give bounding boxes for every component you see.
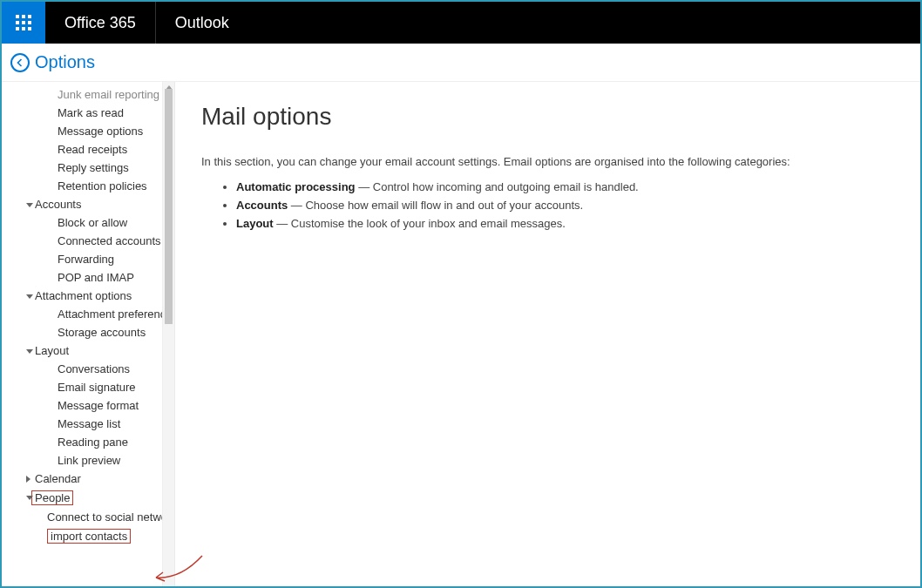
bullet-item: Accounts — Choose how email will flow in…	[236, 199, 894, 212]
sidebar-item[interactable]: Message options	[2, 122, 162, 140]
sidebar-item[interactable]: Mark as read	[2, 104, 162, 122]
sidebar-item[interactable]: Forwarding	[2, 250, 162, 268]
page-title: Mail options	[201, 103, 894, 131]
sidebar-item[interactable]: Storage accounts	[2, 323, 162, 341]
highlight-box-import: import contacts	[47, 529, 131, 544]
sidebar-item[interactable]: Attachment preference	[2, 305, 162, 323]
sidebar-scrollbar[interactable]	[162, 82, 174, 586]
sidebar-group-layout[interactable]: Layout	[2, 341, 162, 360]
app-launcher-button[interactable]	[2, 2, 45, 44]
sidebar-item[interactable]: POP and IMAP	[2, 268, 162, 287]
window: Office 365 Outlook Options Junk email re…	[2, 2, 920, 586]
sidebar-nav: Junk email reporting Mark as read Messag…	[2, 82, 162, 586]
bullet-item: Automatic processing — Control how incom…	[236, 180, 894, 193]
sidebar-item[interactable]: Read receipts	[2, 140, 162, 159]
main-content: Mail options In this section, you can ch…	[174, 82, 920, 586]
sidebar-item[interactable]: Retention policies	[2, 177, 162, 195]
back-arrow-icon	[10, 53, 30, 72]
sidebar-item[interactable]: Block or allow	[2, 213, 162, 232]
content-row: Junk email reporting Mark as read Messag…	[2, 82, 920, 586]
back-button[interactable]: Options	[10, 52, 95, 72]
subheader: Options	[2, 44, 920, 82]
highlight-box-people: People	[31, 490, 73, 505]
scrollbar-thumb[interactable]	[165, 89, 173, 324]
sidebar-item[interactable]: Conversations	[2, 360, 162, 378]
sidebar-group-accounts[interactable]: Accounts	[2, 195, 162, 213]
brand-label[interactable]: Office 365	[45, 2, 156, 44]
intro-text: In this section, you can change your ema…	[201, 155, 894, 168]
app-name-label[interactable]: Outlook	[156, 2, 248, 44]
top-navbar: Office 365 Outlook	[2, 2, 920, 44]
sidebar-group-calendar[interactable]: Calendar	[2, 470, 162, 488]
sidebar-item[interactable]: Message format	[2, 396, 162, 415]
bullets-list: Automatic processing — Control how incom…	[201, 180, 894, 230]
bullet-item: Layout — Customise the look of your inbo…	[236, 217, 894, 230]
sidebar-item[interactable]: Reading pane	[2, 433, 162, 451]
sidebar-item[interactable]: Email signature	[2, 378, 162, 396]
back-label: Options	[35, 52, 95, 72]
sidebar-item[interactable]: Link preview	[2, 451, 162, 470]
waffle-icon	[16, 15, 31, 30]
sidebar-container: Junk email reporting Mark as read Messag…	[2, 82, 174, 586]
sidebar-item[interactable]: Junk email reporting	[2, 85, 162, 104]
sidebar-item[interactable]: Connected accounts	[2, 232, 162, 250]
sidebar-group-people[interactable]: People	[2, 488, 162, 508]
sidebar-item[interactable]: Connect to social networ	[2, 508, 162, 526]
sidebar-item[interactable]: Message list	[2, 415, 162, 433]
sidebar-item-import-contacts[interactable]: import contacts	[2, 526, 162, 546]
sidebar-group-attachment[interactable]: Attachment options	[2, 287, 162, 305]
sidebar-item[interactable]: Reply settings	[2, 159, 162, 177]
